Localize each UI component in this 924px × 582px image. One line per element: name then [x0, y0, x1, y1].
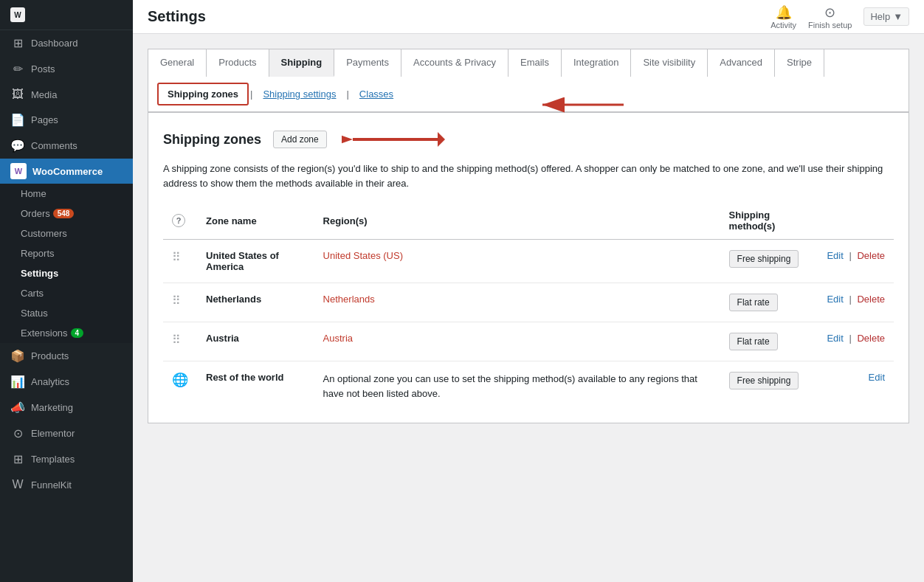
tab-products[interactable]: Products	[207, 49, 269, 77]
method-badge: Free shipping	[729, 372, 799, 389]
table-row: 🌐 Rest of the world An optional zone you…	[163, 361, 894, 412]
zone-name-cell: Netherlands	[197, 283, 314, 322]
regions-cell: An optional zone you can use to set the …	[314, 361, 720, 412]
sidebar-item-elementor[interactable]: ⊙ Elementor	[0, 420, 133, 446]
method-badge: Free shipping	[729, 250, 799, 268]
activity-icon: 🔔	[776, 4, 792, 21]
tab-payments[interactable]: Payments	[334, 49, 401, 77]
shipping-zones-header: Shipping zones Add zone	[163, 125, 894, 154]
sidebar-item-customers[interactable]: Customers	[0, 224, 133, 243]
zone-name: United States of America	[206, 250, 279, 272]
activity-button[interactable]: 🔔 Activity	[770, 4, 796, 30]
main-content: Settings 🔔 Activity ⊙ Finish setup Help …	[133, 0, 924, 582]
carts-label: Carts	[21, 288, 44, 299]
sidebar-item-products[interactable]: 📦 Products	[0, 343, 133, 369]
drag-handle-icon[interactable]: ⠿	[172, 333, 181, 346]
woocommerce-section[interactable]: W WooCommerce	[0, 159, 133, 184]
sidebar-item-settings[interactable]: Settings	[0, 263, 133, 283]
sidebar-item-label: Pages	[31, 114, 58, 125]
methods-cell: Flat rate	[720, 322, 818, 361]
method-badge: Flat rate	[729, 294, 778, 311]
svg-marker-4	[438, 132, 445, 147]
posts-icon: ✏	[10, 62, 25, 76]
sidebar-item-status[interactable]: Status	[0, 303, 133, 323]
edit-link[interactable]: Edit	[869, 372, 885, 383]
sidebar-item-posts[interactable]: ✏ Posts	[0, 56, 133, 82]
tab-general[interactable]: General	[148, 49, 207, 77]
table-row: ⠿ United States of America United States…	[163, 240, 894, 283]
edit-link[interactable]: Edit	[827, 294, 843, 305]
settings-tabs: General Products Shipping Payments Accou…	[148, 49, 909, 77]
methods-cell: Flat rate	[720, 283, 818, 322]
globe-icon: 🌐	[172, 373, 188, 387]
sidebar-item-templates[interactable]: ⊞ Templates	[0, 446, 133, 472]
woocommerce-subitems: Home Orders 548 Customers Reports Settin…	[0, 184, 133, 343]
sub-tab-shipping-settings[interactable]: Shipping settings	[254, 84, 345, 104]
drag-handle-icon[interactable]: ⠿	[172, 251, 181, 263]
drag-handle-icon[interactable]: ⠿	[172, 294, 181, 307]
page-title: Settings	[148, 8, 206, 25]
shipping-zones-section: Shipping zones Add zone A shipping zone …	[148, 112, 909, 423]
tab-advanced[interactable]: Advanced	[708, 49, 775, 77]
action-links-cell: Edit | Delete	[818, 322, 894, 361]
sidebar-item-analytics[interactable]: 📊 Analytics	[0, 369, 133, 395]
tab-shipping[interactable]: Shipping	[269, 49, 335, 77]
sidebar-item-label: Comments	[31, 140, 77, 151]
region-link[interactable]: Netherlands	[323, 294, 375, 305]
content-area: General Products Shipping Payments Accou…	[133, 34, 924, 582]
tab-integration[interactable]: Integration	[562, 49, 631, 77]
sidebar-item-pages[interactable]: 📄 Pages	[0, 107, 133, 133]
comments-icon: 💬	[10, 139, 25, 153]
region-link[interactable]: United States (US)	[323, 250, 403, 261]
finish-setup-button[interactable]: ⊙ Finish setup	[808, 4, 852, 30]
sub-tab-classes[interactable]: Classes	[351, 84, 402, 104]
zone-name-cell: United States of America	[197, 240, 314, 283]
sidebar-item-home[interactable]: Home	[0, 184, 133, 204]
table-row: ⠿ Austria Austria Flat rate Edit	[163, 322, 894, 361]
region-link[interactable]: Austria	[323, 333, 353, 344]
woo-logo-icon: W	[10, 163, 27, 179]
sidebar-item-marketing[interactable]: 📣 Marketing	[0, 395, 133, 420]
delete-link[interactable]: Delete	[857, 294, 885, 305]
help-tooltip-icon[interactable]: ?	[172, 214, 185, 227]
products-label: Products	[31, 350, 69, 361]
tab-site-visibility[interactable]: Site visibility	[631, 49, 708, 77]
sidebar-item-carts[interactable]: Carts	[0, 283, 133, 303]
topbar-actions: 🔔 Activity ⊙ Finish setup Help ▼	[770, 4, 909, 30]
tab-stripe[interactable]: Stripe	[775, 49, 824, 77]
analytics-label: Analytics	[31, 376, 69, 387]
delete-link[interactable]: Delete	[857, 333, 885, 344]
shipping-zones-title: Shipping zones	[163, 132, 261, 148]
help-button[interactable]: Help ▼	[863, 7, 909, 26]
tab-accounts[interactable]: Accounts & Privacy	[401, 49, 508, 77]
reports-label: Reports	[21, 248, 55, 259]
edit-link[interactable]: Edit	[827, 333, 843, 344]
edit-link[interactable]: Edit	[827, 250, 843, 261]
elementor-icon: ⊙	[10, 426, 25, 440]
marketing-label: Marketing	[31, 402, 73, 413]
home-label: Home	[21, 188, 46, 199]
delete-link[interactable]: Delete	[857, 250, 885, 261]
marketing-icon: 📣	[10, 401, 25, 415]
extensions-label: Extensions	[21, 328, 68, 339]
sidebar-item-comments[interactable]: 💬 Comments	[0, 133, 133, 159]
sub-tab-shipping-zones[interactable]: Shipping zones	[157, 83, 249, 105]
tab-emails[interactable]: Emails	[508, 49, 562, 77]
media-icon: 🖼	[10, 88, 25, 101]
add-zone-button[interactable]: Add zone	[273, 131, 327, 148]
sub-tab-sep-2: |	[346, 89, 348, 100]
sidebar-item-funnelkit[interactable]: W FunnelKit	[0, 472, 133, 497]
funnelkit-label: FunnelKit	[31, 479, 72, 491]
sidebar-item-orders[interactable]: Orders 548	[0, 204, 133, 224]
sidebar-item-extensions[interactable]: Extensions 4	[0, 323, 133, 343]
customers-label: Customers	[21, 228, 67, 239]
wp-logo-icon: W	[10, 7, 25, 22]
sidebar-item-reports[interactable]: Reports	[0, 243, 133, 263]
drag-handle-cell: ⠿	[163, 283, 197, 322]
sidebar-item-dashboard[interactable]: ⊞ Dashboard	[0, 30, 133, 56]
shipping-zones-description: A shipping zone consists of the region(s…	[163, 162, 894, 190]
sidebar-item-media[interactable]: 🖼 Media	[0, 82, 133, 107]
funnelkit-icon: W	[10, 478, 25, 491]
zone-name-cell: Austria	[197, 322, 314, 361]
regions-cell: Netherlands	[314, 283, 720, 322]
